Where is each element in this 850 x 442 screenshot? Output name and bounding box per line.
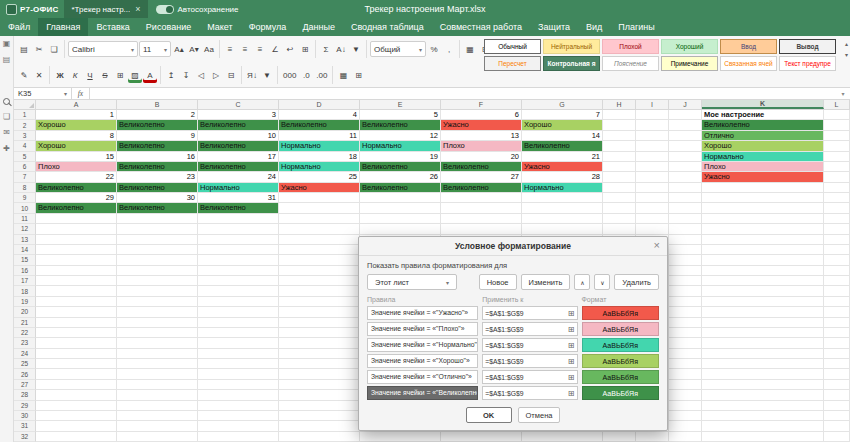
merge-across-icon[interactable]: ⊟ xyxy=(224,67,238,83)
named-ranges-icon[interactable]: ▦ xyxy=(336,67,350,83)
cell-F5[interactable]: 20 xyxy=(441,152,522,162)
cell-C1[interactable]: 3 xyxy=(198,110,279,120)
cell-J14[interactable] xyxy=(669,245,702,255)
cell-K20[interactable] xyxy=(702,307,824,317)
cell-A5[interactable]: 15 xyxy=(36,152,117,162)
cell-L20[interactable] xyxy=(824,307,850,317)
edit-rule-button[interactable]: Изменить xyxy=(521,274,571,290)
rule-row-0[interactable]: Значение ячейки = «"Ужасно"»=$A$1:$G$9⊞А… xyxy=(367,306,659,320)
cell-A11[interactable] xyxy=(36,214,117,224)
cell-K10[interactable] xyxy=(702,203,824,213)
cell-L11[interactable] xyxy=(824,214,850,224)
cell-style-2-4[interactable]: Связанная ячей xyxy=(720,56,777,71)
menu-tab-0[interactable]: Файл xyxy=(0,18,38,36)
cell-A26[interactable] xyxy=(36,369,117,379)
cell-D4[interactable]: Нормально xyxy=(279,141,360,151)
cell-J3[interactable] xyxy=(669,131,702,141)
cell-G8[interactable]: Нормально xyxy=(522,183,603,193)
styles-gallery-down-icon[interactable]: ▾ xyxy=(845,51,848,58)
cell-C26[interactable] xyxy=(198,369,279,379)
cell-J2[interactable] xyxy=(669,120,702,130)
cell-B31[interactable] xyxy=(117,421,198,431)
row-header-28[interactable]: 28 xyxy=(14,390,36,400)
column-header-A[interactable]: A xyxy=(36,100,117,109)
cell-J9[interactable] xyxy=(669,193,702,203)
column-header-L[interactable]: L xyxy=(824,100,850,109)
cell-J1[interactable] xyxy=(669,110,702,120)
increase-decimal-icon[interactable]: .00 xyxy=(314,67,329,83)
name-box-caret-icon[interactable]: ▾ xyxy=(64,90,67,97)
cell-C31[interactable] xyxy=(198,421,279,431)
cell-I1[interactable] xyxy=(636,110,669,120)
cell-J32[interactable] xyxy=(669,432,702,442)
row-header-2[interactable]: 2 xyxy=(14,120,36,130)
cell-D14[interactable] xyxy=(279,245,360,255)
percent-style-icon[interactable]: % xyxy=(427,41,441,57)
cell-L8[interactable] xyxy=(824,183,850,193)
cell-F1[interactable]: 6 xyxy=(441,110,522,120)
new-rule-button[interactable]: Новое xyxy=(479,274,517,290)
cell-L1[interactable] xyxy=(824,110,850,120)
cell-D31[interactable] xyxy=(279,421,360,431)
cell-A6[interactable]: Плохо xyxy=(36,162,117,172)
cell-G3[interactable]: 14 xyxy=(522,131,603,141)
select-range-icon[interactable]: ⊞ xyxy=(568,341,575,350)
name-box[interactable]: K35 ▾ xyxy=(14,88,72,99)
column-header-J[interactable]: J xyxy=(669,100,702,109)
comments-icon[interactable]: ❏ xyxy=(3,113,10,121)
cell-B13[interactable] xyxy=(117,235,198,245)
cell-G5[interactable]: 21 xyxy=(522,152,603,162)
cell-J20[interactable] xyxy=(669,307,702,317)
cell-L2[interactable] xyxy=(824,120,850,130)
cell-C24[interactable] xyxy=(198,349,279,359)
cell-K9[interactable] xyxy=(702,193,824,203)
column-header-D[interactable]: D xyxy=(279,100,360,109)
cell-K6[interactable]: Плохо xyxy=(702,162,824,172)
cell-B10[interactable]: Великолепно xyxy=(117,203,198,213)
cell-J27[interactable] xyxy=(669,380,702,390)
cell-C21[interactable] xyxy=(198,318,279,328)
cell-D12[interactable] xyxy=(279,224,360,234)
cell-B12[interactable] xyxy=(117,224,198,234)
cell-L14[interactable] xyxy=(824,245,850,255)
insert-cells-icon[interactable]: ⊞ xyxy=(351,67,365,83)
cell-C18[interactable] xyxy=(198,286,279,296)
cell-L10[interactable] xyxy=(824,203,850,213)
cell-I11[interactable] xyxy=(636,214,669,224)
cell-J6[interactable] xyxy=(669,162,702,172)
cell-F4[interactable]: Плохо xyxy=(441,141,522,151)
cell-E10[interactable] xyxy=(360,203,441,213)
cell-style-2-5[interactable]: Текст предупре xyxy=(779,56,836,71)
cell-L4[interactable] xyxy=(824,141,850,151)
cell-C10[interactable]: Великолепно xyxy=(198,203,279,213)
cell-G32[interactable] xyxy=(522,432,603,442)
cell-B29[interactable] xyxy=(117,401,198,411)
cell-I9[interactable] xyxy=(636,193,669,203)
cell-D18[interactable] xyxy=(279,286,360,296)
cell-G10[interactable] xyxy=(522,203,603,213)
cell-K1[interactable]: Мое настроение xyxy=(702,110,824,120)
cell-L28[interactable] xyxy=(824,390,850,400)
cell-A22[interactable] xyxy=(36,328,117,338)
row-header-30[interactable]: 30 xyxy=(14,411,36,421)
cell-J22[interactable] xyxy=(669,328,702,338)
menu-tab-3[interactable]: Рисование xyxy=(138,18,199,36)
cell-B28[interactable] xyxy=(117,390,198,400)
cell-D32[interactable] xyxy=(279,432,360,442)
menu-tab-2[interactable]: Вставка xyxy=(88,18,137,36)
cell-C2[interactable]: Великолепно xyxy=(198,120,279,130)
cell-A23[interactable] xyxy=(36,338,117,348)
cell-I12[interactable] xyxy=(636,224,669,234)
cell-style-2-2[interactable]: Пояснение xyxy=(602,56,659,71)
insert-function-button[interactable]: fx xyxy=(72,88,90,99)
cell-J5[interactable] xyxy=(669,152,702,162)
cell-D7[interactable]: 25 xyxy=(279,172,360,182)
cell-H3[interactable] xyxy=(603,131,636,141)
cell-E2[interactable]: Великолепно xyxy=(360,120,441,130)
cell-B5[interactable]: 16 xyxy=(117,152,198,162)
cell-D10[interactable] xyxy=(279,203,360,213)
cell-K15[interactable] xyxy=(702,255,824,265)
cell-J28[interactable] xyxy=(669,390,702,400)
cell-C23[interactable] xyxy=(198,338,279,348)
save-icon[interactable]: ▣ xyxy=(3,40,11,48)
